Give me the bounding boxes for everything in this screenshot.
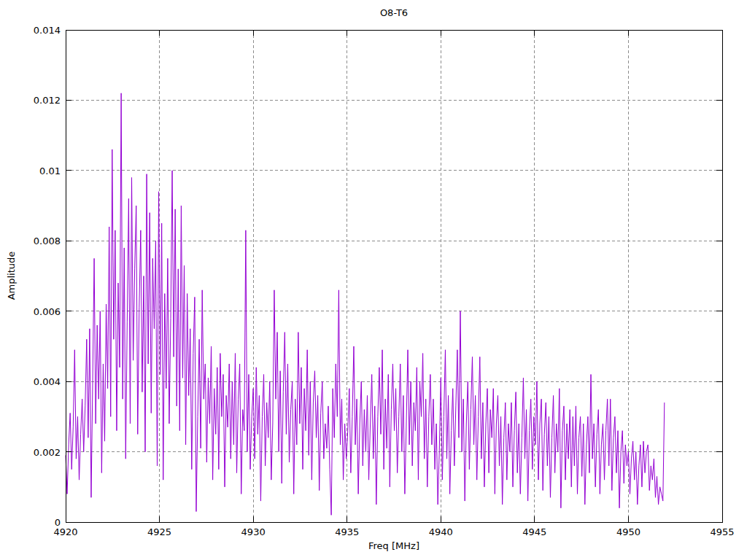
x-tick-label: 4935 [325,526,369,537]
data-series-line [66,93,665,516]
y-tick-label: 0 [0,517,61,528]
x-tick-label: 4945 [513,526,557,537]
y-tick-label: 0.002 [0,447,61,458]
tick-marks [66,30,722,522]
x-tick-label: 4920 [44,526,88,537]
y-tick-label: 0.014 [0,25,61,36]
plot-area [0,0,747,560]
y-tick-label: 0.006 [0,306,61,317]
y-tick-label: 0.01 [0,166,61,176]
x-tick-label: 4950 [606,526,650,537]
x-tick-label: 4930 [231,526,275,537]
gridlines [66,30,722,522]
y-tick-label: 0.008 [0,236,61,246]
x-tick-label: 4940 [419,526,462,537]
y-tick-label: 0.012 [0,95,61,106]
y-tick-label: 0.004 [0,376,61,387]
chart-container: O8-T6 Amplitude Freq [MHz] 4920492549304… [0,0,747,560]
x-tick-label: 4955 [700,526,744,537]
plot-border [66,30,722,522]
x-tick-label: 4925 [138,526,182,537]
